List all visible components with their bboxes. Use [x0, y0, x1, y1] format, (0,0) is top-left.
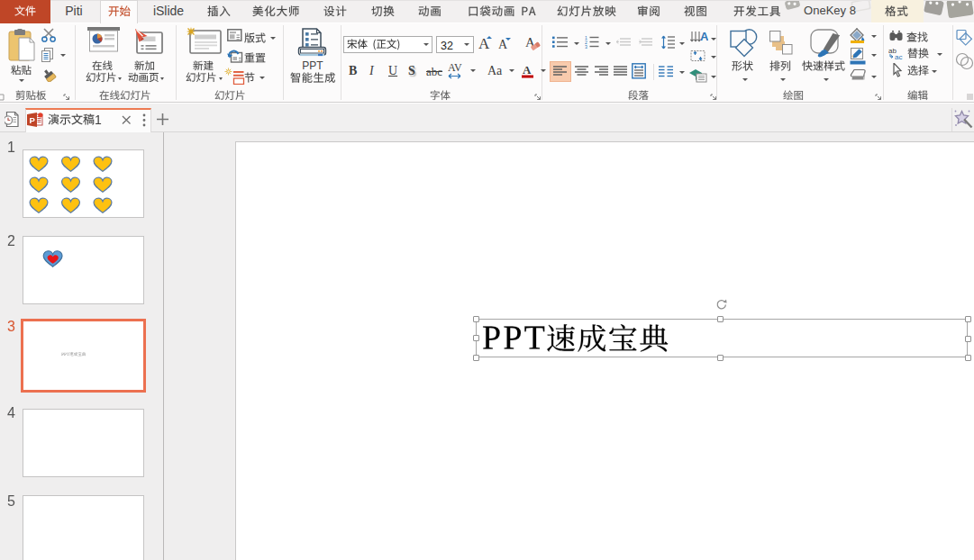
svg-text:A: A [700, 31, 708, 43]
svg-text:A: A [498, 38, 508, 51]
svg-text:ac: ac [895, 53, 902, 60]
svg-text:3: 3 [585, 44, 587, 49]
svg-text:P: P [30, 115, 36, 125]
svg-text:AV: AV [448, 61, 462, 74]
svg-text:A: A [523, 63, 532, 77]
